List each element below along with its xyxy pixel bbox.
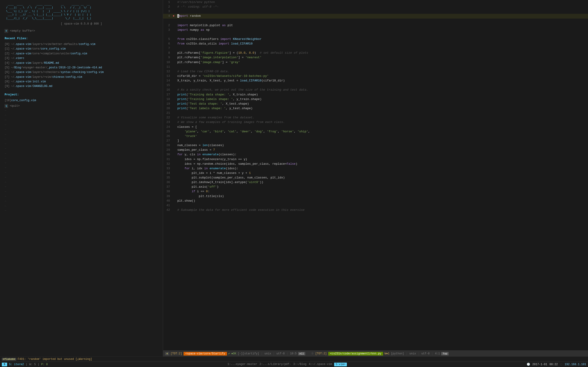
list-item[interactable]: [3] ~/.vimrc xyxy=(5,56,158,60)
bottom-right: 🕐 2017-1-01 08:22 ⬡ 192.168.1.101 xyxy=(527,363,586,366)
code-line: 37 plt.axis('off') xyxy=(163,185,588,189)
python-bracket: [python] xyxy=(391,352,404,355)
status-bar-right: 4 [TOT:2] <space-vim/core/Startify ✔ ●OK… xyxy=(163,350,588,357)
code-line xyxy=(163,19,588,23)
list-item[interactable]: [4] ~/.space-vim/layers/README.md xyxy=(5,61,158,65)
tab-4[interactable]: 4:~/.space-vim xyxy=(309,363,332,366)
code-line: 3 xyxy=(163,9,588,14)
project-file[interactable]: [10] core_config.vim xyxy=(5,98,158,103)
tab-2[interactable]: 2:...s/Library/pdf- xyxy=(259,363,291,366)
tot-right: [TOT:2] xyxy=(315,352,327,355)
code-line: 29 samples_per_class = 7 xyxy=(163,148,588,152)
check-mark: ✔ xyxy=(228,352,230,355)
list-item[interactable]: [2] ~/.space-vim/core/+completion/unite/… xyxy=(5,51,158,56)
w-count: W: 5 xyxy=(29,363,36,366)
code-line: 35 plt.subplot(samples_per_class, num_cl… xyxy=(163,175,588,180)
code-line: 5 from cs231n.classifiers import KNeares… xyxy=(163,37,588,42)
project-title: Project: xyxy=(5,93,158,96)
list-item[interactable]: [1] ~/.space-vim/core/core_config.vim xyxy=(5,47,158,51)
ascii-logo: ____ ____ _ ____ _____ __ _____ __ __ / … xyxy=(5,2,158,20)
all-badge: All xyxy=(298,352,305,355)
code-line: 2 import matplotlib.pyplot as plt xyxy=(163,23,588,28)
list-item[interactable]: [8] ~/.space-vim/init.vim xyxy=(5,79,158,84)
code-line: 34 plt_idx = i * num_classes + y + 1 xyxy=(163,171,588,175)
code-line: 13 cifar10_dir = 'cs231n/datasets/cifar-… xyxy=(163,74,588,78)
code-line: 19 print('Test data shape: ', X_test.sha… xyxy=(163,102,588,106)
empty-buffer-line: e <empty buffer> xyxy=(5,29,158,33)
file-right: <cs231n/code/assignment1/knn.py xyxy=(328,352,383,356)
enc-left: utf-8 xyxy=(277,352,285,355)
code-line: 30 for y, cls in enumerate(classes): xyxy=(163,152,588,157)
bottom-bar: S S: iterm2 | W: 5 | P: 0 1:...oyager-ma… xyxy=(0,361,588,367)
sep1: | xyxy=(26,363,27,366)
sep2: | xyxy=(38,363,39,366)
network-icon: ⬡ xyxy=(560,363,562,366)
code-line: 42 # Subsample the data for more efficie… xyxy=(163,208,588,212)
vim-version: [ space-vim 0.5.0 @ 800 ] xyxy=(5,22,158,25)
list-item[interactable]: [7] ~/.space-vim/layers/+vim/chinese/con… xyxy=(5,75,158,79)
code-line: 3 import numpy as np xyxy=(163,28,588,32)
list-item[interactable]: [9] ~/.space-vim/CHANGELOG.md xyxy=(5,84,158,89)
tilde-lines: ~~~~~~~~~~~~~~~~~~~~~~ xyxy=(5,108,158,214)
code-line: 26 'truck' xyxy=(163,134,588,139)
flake8-num: #flake8# xyxy=(2,358,16,361)
recent-files-list: [0] ~/.space-vim/layers/+vim/better-defa… xyxy=(5,42,158,89)
tab-3[interactable]: 3:~/Blog xyxy=(293,363,307,366)
ok-mark: ●OK xyxy=(231,352,236,355)
code-line: 9 plt.rcParams['image.interpolation'] = … xyxy=(163,55,588,60)
code-line: 7 xyxy=(163,46,588,51)
empty-buffer-key[interactable]: e xyxy=(5,29,8,33)
code-line: 40 plt.show() xyxy=(163,199,588,203)
file-left: <space-vim/core/Startify xyxy=(183,352,227,356)
code-line: 8 plt.rcParams['figure.figsize'] = (10.0… xyxy=(163,51,588,55)
code-line: 22 # Visualize some examples from the da… xyxy=(163,115,588,120)
pos-left: 10:5 xyxy=(290,352,297,355)
code-line: 14 X_train, y_train, X_test, y_test = lo… xyxy=(163,78,588,83)
left-panel: ____ ____ _ ____ _____ __ _____ __ __ / … xyxy=(0,0,163,357)
code-line: 23 # We show a few examples of training … xyxy=(163,120,588,125)
code-line: 16 # As a sanity check, we print out the… xyxy=(163,88,588,92)
code-line: 11 xyxy=(163,65,588,69)
code-line: 17 print('Training data shape: ', X_trai… xyxy=(163,92,588,97)
buf-num-right: ① xyxy=(311,352,314,355)
p-count: P: 0 xyxy=(41,363,48,366)
session-label: S: iterm2 xyxy=(9,363,24,366)
recent-files-title: Recent Files: xyxy=(5,37,158,40)
code-line: 38 if i == 0: xyxy=(163,189,588,194)
code-line: 27 ] xyxy=(163,139,588,143)
code-line: 20 print('Test labels shape: ', y_test.s… xyxy=(163,106,588,111)
buf-num-left: 4 xyxy=(165,352,169,355)
code-line: 32 idxs = np.random.choice(idxs, samples… xyxy=(163,162,588,166)
quit-line: q <quit> xyxy=(5,104,158,108)
unix-left: unix xyxy=(265,352,271,355)
time: 08:22 xyxy=(549,363,558,366)
code-line: 15 xyxy=(163,83,588,88)
right-panel: 1 #!/usr/bin/env python 2 # -*- coding: … xyxy=(163,0,588,357)
code-line: 24 classes = [ xyxy=(163,125,588,129)
list-item[interactable]: [6] ~/.space-vim/layers/+checkers/syntax… xyxy=(5,70,158,75)
code-line-active: 4 ● import random xyxy=(163,14,588,18)
pos-right: 4:1 xyxy=(435,352,440,355)
code-line: 10 plt.rcParams['image.cmap'] = 'gray' xyxy=(163,60,588,65)
code-line: 39 plt.title(cls) xyxy=(163,194,588,199)
code-line: 36 plt.imshow(X_train[idx].astype('uint8… xyxy=(163,180,588,185)
code-line: 25 'plane', 'car', 'bird', 'cat', 'deer'… xyxy=(163,129,588,134)
unix-right: unix xyxy=(409,352,416,355)
clock-icon: 🕐 xyxy=(527,363,530,366)
code-line: 31 idxs = np.flatnonzero(y_train == y) xyxy=(163,157,588,162)
list-item[interactable]: [5] ~/Blog/voyager-master/_posts/2016-12… xyxy=(5,65,158,70)
ip-address: 192.168.1.101 xyxy=(565,363,586,366)
code-line: 28 num_classes = len(classes) xyxy=(163,143,588,148)
tab-1[interactable]: 1:...oyager-master xyxy=(227,363,257,366)
list-item[interactable]: [0] ~/.space-vim/layers/+vim/better-defa… xyxy=(5,42,158,47)
warning-text: F401: 'random' imported but unused [△War… xyxy=(18,357,92,361)
code-line: 18 print('Training labels shape: ', y_tr… xyxy=(163,97,588,102)
mode-indicator: S xyxy=(2,363,7,366)
enc-right: utf-8 xyxy=(422,352,430,355)
w-dot: W●1 xyxy=(384,352,389,355)
code-line: 33 for i, idx in enumerate(idxs): xyxy=(163,166,588,171)
code-line: 1 #!/usr/bin/env python xyxy=(163,0,588,5)
tot-left: [TOT:2] xyxy=(171,352,182,355)
tab-5[interactable]: 5:vim> xyxy=(334,363,347,366)
empty-buffer-label: <empty buffer> xyxy=(10,29,35,33)
